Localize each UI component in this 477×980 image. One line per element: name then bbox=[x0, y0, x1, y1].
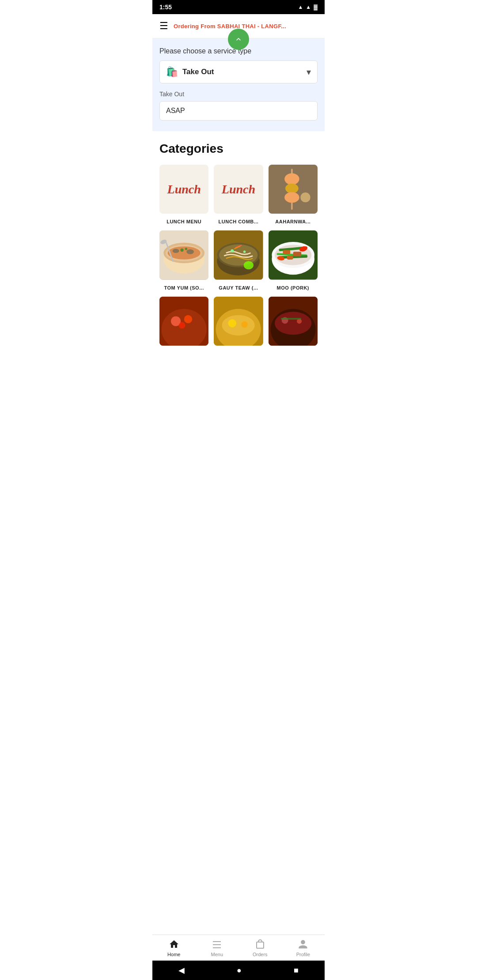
svg-point-4 bbox=[284, 192, 299, 203]
header-title: Ordering From SABHAI THAI - LANGF... bbox=[174, 23, 286, 30]
svg-point-21 bbox=[231, 249, 234, 253]
category-label-gauy-teaw: GAUY TEAW (... bbox=[219, 285, 258, 290]
status-time: 1:55 bbox=[159, 4, 172, 11]
category-label-lunch-menu: LUNCH MENU bbox=[167, 219, 201, 224]
category-card-8[interactable] bbox=[214, 297, 263, 349]
collapse-button[interactable] bbox=[228, 29, 249, 50]
category-card-lunch-menu[interactable]: Lunch LUNCH MENU bbox=[159, 165, 208, 225]
svg-point-22 bbox=[243, 251, 246, 253]
svg-point-10 bbox=[168, 247, 201, 260]
service-type-icon: 🛍️ bbox=[166, 66, 178, 78]
service-dropdown-left: 🛍️ Take Out bbox=[166, 66, 214, 78]
takeout-type-label: Take Out bbox=[159, 90, 318, 98]
category-image-lunch-menu: Lunch bbox=[159, 165, 208, 214]
service-type-dropdown[interactable]: 🛍️ Take Out ▾ bbox=[159, 60, 318, 83]
svg-point-39 bbox=[184, 315, 193, 323]
category-card-7[interactable] bbox=[159, 297, 208, 349]
category-label-aaharnwa: AAHARNWA... bbox=[275, 219, 310, 224]
hamburger-icon[interactable]: ☰ bbox=[159, 20, 168, 32]
category-label-moo-pork: MOO (PORK) bbox=[277, 285, 309, 290]
category-card-9[interactable] bbox=[269, 297, 318, 349]
svg-point-44 bbox=[228, 319, 237, 328]
category-image-gauy-teaw bbox=[214, 230, 263, 279]
lunch-logo-1: Lunch bbox=[159, 165, 208, 214]
category-image-tom-yum bbox=[159, 230, 208, 279]
svg-rect-51 bbox=[280, 318, 301, 320]
battery-icon: ▓ bbox=[314, 4, 318, 10]
takeout-time-value: ASAP bbox=[159, 101, 318, 121]
category-card-lunch-combo[interactable]: Lunch LUNCH COMB... bbox=[214, 165, 263, 225]
svg-point-48 bbox=[275, 312, 312, 335]
service-type-name: Take Out bbox=[182, 68, 214, 76]
category-card-tom-yum[interactable]: TOM YUM (SO... bbox=[159, 230, 208, 291]
category-label-lunch-combo: LUNCH COMB... bbox=[219, 219, 259, 224]
categories-title: Categories bbox=[159, 142, 318, 156]
category-image-8 bbox=[214, 297, 263, 346]
category-label-tom-yum: TOM YUM (SO... bbox=[164, 285, 204, 290]
status-icons: ▲ ▲ ▓ bbox=[298, 4, 318, 10]
category-image-moo-pork bbox=[269, 230, 318, 279]
svg-point-40 bbox=[179, 322, 186, 328]
svg-point-45 bbox=[241, 321, 248, 328]
category-image-aaharnwa bbox=[269, 165, 318, 214]
category-card-moo-pork[interactable]: MOO (PORK) bbox=[269, 230, 318, 291]
svg-point-12 bbox=[186, 249, 194, 254]
svg-point-11 bbox=[173, 249, 179, 253]
restaurant-name: SABHAI THAI - LANGF... bbox=[217, 23, 286, 30]
categories-grid: Lunch LUNCH MENU Lunch LUNCH COMB... bbox=[159, 165, 318, 349]
svg-point-16 bbox=[185, 248, 188, 250]
signal-icon: ▲ bbox=[298, 4, 303, 10]
svg-point-15 bbox=[180, 249, 183, 252]
takeout-info: Take Out ASAP bbox=[159, 90, 318, 121]
lunch-logo-2: Lunch bbox=[214, 165, 263, 214]
category-image-7 bbox=[159, 297, 208, 346]
svg-point-43 bbox=[222, 315, 255, 335]
category-image-9 bbox=[269, 297, 318, 346]
ordering-from-label: Ordering From bbox=[174, 23, 216, 30]
service-panel: Please choose a service type 🛍️ Take Out… bbox=[152, 38, 325, 131]
svg-point-3 bbox=[285, 184, 299, 193]
categories-section: Categories Lunch LUNCH MENU Lunch LUN bbox=[152, 131, 325, 349]
svg-point-2 bbox=[284, 173, 299, 185]
wifi-icon: ▲ bbox=[306, 4, 311, 10]
svg-point-5 bbox=[300, 192, 310, 202]
status-bar: 1:55 ▲ ▲ ▓ bbox=[152, 0, 325, 14]
category-image-lunch-combo: Lunch bbox=[214, 165, 263, 214]
category-card-gauy-teaw[interactable]: GAUY TEAW (... bbox=[214, 230, 263, 291]
main-content: Please choose a service type 🛍️ Take Out… bbox=[152, 38, 325, 402]
category-card-aaharnwa[interactable]: AAHARNWA... bbox=[269, 165, 318, 225]
svg-point-23 bbox=[244, 261, 254, 270]
svg-point-35 bbox=[275, 245, 312, 265]
dropdown-arrow-icon: ▾ bbox=[307, 67, 311, 77]
